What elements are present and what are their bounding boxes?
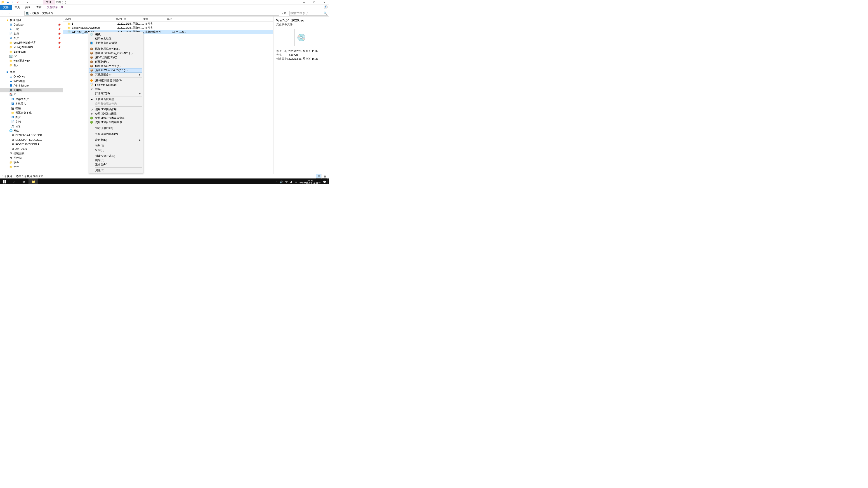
tree-item[interactable]: 图片	[0, 115, 63, 120]
search-input[interactable]: 搜索"文档 (E:)" 🔍	[289, 11, 328, 15]
menu-item[interactable]: 📦添加到 "Win7x64_2020.zip" (T)	[89, 51, 142, 55]
menu-item[interactable]: 📦其他压缩命令▶	[89, 72, 142, 77]
tree-quick-access[interactable]: ★ 快速访问	[0, 18, 63, 22]
system-tray[interactable]: ˄ 🔊 中 🖧 🛡 16:32 2020/12/25, 星期五 💬	[276, 179, 328, 184]
maximize-button[interactable]: ☐	[309, 0, 319, 4]
details-view-button[interactable]: ☰	[316, 174, 321, 178]
tray-overflow-icon[interactable]: ˄	[276, 181, 278, 184]
context-menu[interactable]: 💿装载刻录光盘映像📘上传到有道云笔记📦添加到压缩文件(A)...📦添加到 "Wi…	[88, 32, 143, 173]
ime-icon[interactable]: 中	[285, 180, 288, 184]
search-button[interactable]: ⌕	[9, 178, 19, 184]
tree-item[interactable]: 下载📌	[0, 27, 63, 31]
menu-item[interactable]: 📦添加到压缩文件(A)...	[89, 47, 142, 51]
tree-item[interactable]: 保存的图片	[0, 97, 63, 101]
menu-item[interactable]: 删除(D)	[89, 158, 142, 162]
menu-item[interactable]: 刻录光盘映像	[89, 37, 142, 41]
refresh-icon[interactable]: ⟳	[284, 11, 286, 15]
disc-tools-tab[interactable]: 光盘映像工具	[44, 5, 66, 10]
menu-item[interactable]: 通过QQ发送到	[89, 126, 142, 130]
volume-icon[interactable]: 🔊	[280, 181, 283, 184]
menu-item[interactable]: 剪切(T)	[89, 144, 142, 148]
menu-item[interactable]: 💿装载	[89, 32, 142, 37]
thumbnails-view-button[interactable]: ▦	[322, 174, 327, 178]
menu-item[interactable]: 🔶用 蜂蜜浏览器 浏览(3)	[89, 78, 142, 83]
tree-network[interactable]: 网络	[0, 129, 63, 133]
tree-item[interactable]: 文档📌	[0, 31, 63, 36]
col-type[interactable]: 类型	[143, 17, 166, 21]
col-modified[interactable]: 修改日期	[116, 17, 143, 21]
col-size[interactable]: 大小	[166, 17, 182, 21]
tree-item[interactable]: 回收站	[0, 156, 63, 160]
tree-item[interactable]: 文件	[0, 165, 63, 169]
tree-item[interactable]: Desktop📌	[0, 22, 63, 27]
tree-item[interactable]: 文档	[0, 120, 63, 124]
contextual-tab[interactable]: 管理	[43, 0, 55, 5]
tree-item[interactable]: 图片	[0, 63, 63, 68]
breadcrumb-item[interactable]: 文档 (E:)	[42, 11, 53, 15]
show-desktop-button[interactable]	[328, 178, 329, 184]
navigation-tree[interactable]: ★ 快速访问 Desktop📌下载📌文档📌图片📌excel表格制作求和📌YUNQ…	[0, 17, 63, 174]
view-tab[interactable]: 查看	[33, 5, 44, 10]
menu-item[interactable]: 🗑使用 360强力删除	[89, 111, 142, 116]
tree-item[interactable]: Administrator	[0, 84, 63, 88]
properties-icon[interactable]: ☰	[21, 0, 24, 4]
menu-item[interactable]: 还原以前的版本(V)	[89, 132, 142, 136]
menu-item[interactable]: 📦解压到(F)...	[89, 60, 142, 64]
menu-item[interactable]: 🟢使用 360管理右键菜单	[89, 120, 142, 125]
chevron-right-icon[interactable]: ›	[30, 12, 31, 14]
taskbar[interactable]: ⌕ ⧉ 📁 ˄ 🔊 中 🖧 🛡 16:32 2020/12/25, 星期五 💬	[0, 178, 329, 184]
tree-item[interactable]: WPS网盘	[0, 79, 63, 84]
action-center-icon[interactable]: 💬	[323, 181, 326, 184]
menu-item[interactable]: 属性(R)	[89, 168, 142, 173]
tree-item[interactable]: ZMT2019	[0, 147, 63, 151]
menu-item[interactable]: 重命名(M)	[89, 162, 142, 167]
tree-item[interactable]: excel表格制作求和📌	[0, 40, 63, 45]
menu-item[interactable]: ☁上传到百度网盘	[89, 97, 142, 101]
menu-item[interactable]: 📝Edit with Notepad++	[89, 83, 142, 87]
menu-item[interactable]: 发送到(N)▶	[89, 138, 142, 142]
chevron-right-icon[interactable]: ›	[40, 12, 41, 14]
tree-item[interactable]: 软件	[0, 160, 63, 165]
undo-icon[interactable]: ⎌	[11, 0, 14, 4]
tree-item[interactable]: 本机照片	[0, 101, 63, 106]
start-button[interactable]	[0, 178, 9, 184]
tray-app-icon[interactable]: 🛡	[295, 181, 297, 183]
tree-item[interactable]: 库	[0, 92, 63, 97]
close-button[interactable]: ✕	[319, 0, 329, 4]
tree-item[interactable]: Bandicam	[0, 50, 63, 54]
search-icon[interactable]: 🔍	[324, 11, 327, 15]
tree-desktop[interactable]: ■ 桌面	[0, 70, 63, 74]
explorer-taskbar-icon[interactable]: 📁	[29, 178, 38, 184]
minimize-button[interactable]: —	[299, 0, 309, 4]
tree-item[interactable]: win7重装win7	[0, 59, 63, 63]
home-tab[interactable]: 主页	[12, 5, 23, 10]
col-name[interactable]: 名称	[63, 17, 116, 21]
up-button[interactable]: ↑	[19, 11, 24, 15]
tree-item[interactable]: 控制面板	[0, 151, 63, 156]
back-button[interactable]: ←	[1, 11, 6, 15]
table-row[interactable]: BaiduNetdiskDownload 2020/12/25, 星期五 1..…	[63, 26, 273, 30]
tree-item[interactable]: DESKTOP-LSSOEDP	[0, 133, 63, 138]
menu-item[interactable]: ↗共享	[89, 87, 142, 91]
delete-icon[interactable]: ✕	[16, 0, 20, 4]
task-view-button[interactable]: ⧉	[19, 178, 29, 184]
menu-item[interactable]: 🛡使用 360解除占用	[89, 107, 142, 111]
menu-item[interactable]: 创建快捷方式(S)	[89, 154, 142, 158]
breadcrumb-bar[interactable]: 💻 › 此电脑 › 文档 (E:) ›	[24, 11, 279, 15]
menu-item[interactable]: 📦解压到 Win7x64_2020\ (E)	[89, 68, 142, 72]
qat-dropdown-icon[interactable]: ▾	[26, 0, 29, 4]
tree-item[interactable]: 此电脑	[0, 88, 63, 92]
taskbar-clock[interactable]: 16:32 2020/12/25, 星期五	[300, 179, 321, 184]
tree-item[interactable]: 天翼云盘下载	[0, 110, 63, 115]
tree-item[interactable]: PC-20190530OBLA	[0, 142, 63, 147]
menu-item[interactable]: 复制(C)	[89, 148, 142, 152]
network-icon[interactable]: 🖧	[290, 181, 292, 183]
menu-item[interactable]: 📘上传到有道云笔记	[89, 41, 142, 45]
file-tab[interactable]: 文件	[0, 5, 12, 10]
tree-item[interactable]: OneDrive	[0, 74, 63, 79]
share-tab[interactable]: 共享	[23, 5, 33, 10]
tree-item[interactable]: DESKTOP-NJEU3CG	[0, 138, 63, 142]
menu-item[interactable]: 🟢使用 360进行木马云查杀	[89, 116, 142, 120]
tree-item[interactable]: YUNQISHI2019📌	[0, 45, 63, 50]
menu-item[interactable]: 📦用360压缩打开(Q)	[89, 55, 142, 60]
